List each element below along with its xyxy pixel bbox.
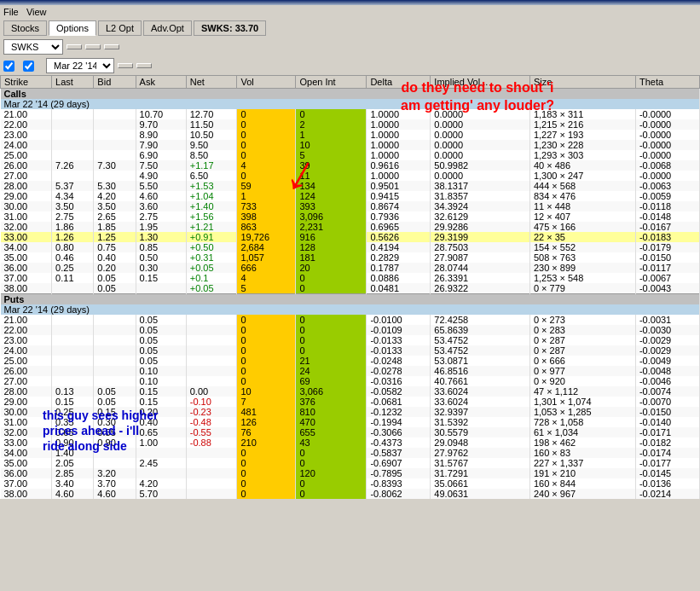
cell-size: 0 × 779 <box>529 283 635 294</box>
table-row[interactable]: 37.00 0.11 0.05 0.15 +0.1 4 0 0.0886 26.… <box>1 273 700 283</box>
cell-delta: -0.0248 <box>367 356 431 366</box>
cell-impliedvol: 29.3199 <box>431 232 530 242</box>
cell-last <box>52 171 94 181</box>
cell-ask: 0.05 <box>136 345 186 356</box>
tab-advopt[interactable]: Adv.Opt <box>143 20 192 36</box>
table-row[interactable]: 28.00 5.37 5.30 5.50 +1.53 59 134 0.9501… <box>1 181 700 191</box>
cell-last <box>52 366 94 376</box>
buy-to-close-button[interactable] <box>136 63 152 68</box>
cell-bid <box>94 150 136 160</box>
table-row[interactable]: 36.00 0.25 0.20 0.30 +0.05 666 20 0.1787… <box>1 263 700 273</box>
puts-checkbox[interactable] <box>23 61 34 72</box>
cell-theta: -0.0140 <box>635 417 699 427</box>
table-row[interactable]: 25.00 6.90 8.50 0 5 1.0000 0.0000 1,293 … <box>1 150 700 160</box>
table-row[interactable]: 23.00 8.90 10.50 0 1 1.0000 0.0000 1,227… <box>1 130 700 140</box>
cell-strike: 26.00 <box>1 160 52 171</box>
table-row[interactable]: 27.00 4.90 6.50 0 11 1.0000 0.0000 1,300… <box>1 171 700 181</box>
cell-net <box>186 468 237 478</box>
cell-strike: 22.00 <box>1 325 52 335</box>
table-row[interactable]: 38.00 0.05 +0.05 5 0 0.0481 26.9322 0 × … <box>1 283 700 294</box>
cell-net <box>186 458 237 468</box>
table-row[interactable]: 35.00 2.05 2.45 0 0 -0.6907 31.5767 227 … <box>1 458 700 468</box>
cell-delta: -0.0582 <box>367 386 431 397</box>
table-row[interactable]: 33.00 1.26 1.25 1.30 +0.91 19,726 916 0.… <box>1 232 700 242</box>
cell-size: 1,215 × 216 <box>529 119 635 130</box>
cell-last <box>52 140 94 150</box>
cell-impliedvol: 31.5767 <box>431 458 530 468</box>
cell-ask: 0.05 <box>136 315 186 325</box>
table-row[interactable]: 38.00 4.60 4.60 5.70 0 0 -0.8062 49.0631… <box>1 489 700 499</box>
table-row[interactable]: 23.00 0.05 0 0 -0.0133 53.4752 0 × 287 -… <box>1 335 700 345</box>
cell-strike: 36.00 <box>1 263 52 273</box>
table-row[interactable]: 31.00 2.75 2.65 2.75 +1.56 398 3,096 0.7… <box>1 211 700 222</box>
table-row[interactable]: 36.00 2.85 3.20 0 120 -0.7895 31.7291 19… <box>1 468 700 478</box>
tab-options[interactable]: Options <box>49 20 96 36</box>
table-row[interactable]: 37.00 3.40 3.70 4.20 0 0 -0.8393 35.0661… <box>1 478 700 489</box>
table-row[interactable]: 29.00 4.34 4.20 4.60 +1.04 1 124 0.9415 … <box>1 191 700 201</box>
cell-openint: 0 <box>296 489 367 499</box>
col-strike: Strike <box>1 76 52 89</box>
tab-l2opt[interactable]: L2 Opt <box>98 20 142 36</box>
table-row[interactable]: 30.00 3.50 3.50 3.60 +1.40 733 393 0.867… <box>1 201 700 211</box>
table-row[interactable]: 25.00 0.05 0 21 -0.0248 53.0871 0 × 666 … <box>1 356 700 366</box>
cancel-button[interactable] <box>67 44 82 49</box>
cell-size: 11 × 448 <box>529 201 635 211</box>
cell-ask <box>136 468 186 478</box>
cell-net <box>186 335 237 345</box>
cell-theta: -0.0000 <box>635 171 699 181</box>
cell-net: +1.21 <box>186 222 237 232</box>
cell-bid: 0.75 <box>94 242 136 252</box>
table-row[interactable]: 26.00 7.26 7.30 7.50 +1.17 4 39 0.9616 5… <box>1 160 700 171</box>
cell-strike: 28.00 <box>1 386 52 397</box>
calls-checkbox[interactable] <box>3 61 14 72</box>
table-row[interactable]: 24.00 0.05 0 0 -0.0133 53.4752 0 × 287 -… <box>1 345 700 356</box>
cell-size: 0 × 920 <box>529 376 635 386</box>
cell-bid: 0.05 <box>94 273 136 283</box>
cell-theta: -0.0174 <box>635 448 699 458</box>
cell-impliedvol: 53.0871 <box>431 356 530 366</box>
cell-theta: -0.0048 <box>635 366 699 376</box>
table-row[interactable]: 22.00 0.05 0 0 -0.0109 65.8639 0 × 283 -… <box>1 325 700 335</box>
cell-openint: 43 <box>296 437 367 448</box>
table-row[interactable]: 26.00 0.10 0 24 -0.0278 46.8516 0 × 977 … <box>1 366 700 376</box>
cell-impliedvol: 0.0000 <box>431 150 530 160</box>
cell-openint: 0 <box>296 315 367 325</box>
cell-size: 227 × 1,337 <box>529 458 635 468</box>
cell-size: 47 × 1,112 <box>529 386 635 397</box>
cell-last: 4.60 <box>52 489 94 499</box>
cell-openint: 21 <box>296 356 367 366</box>
expiry-dropdown[interactable]: Mar 22 '14 <box>46 58 114 73</box>
cell-ask: 0.10 <box>136 376 186 386</box>
cell-impliedvol: 32.6129 <box>431 211 530 222</box>
table-row[interactable]: 22.00 9.70 11.50 0 2 1.0000 0.0000 1,215… <box>1 119 700 130</box>
cell-bid: 2.65 <box>94 211 136 222</box>
table-row[interactable]: 34.00 0.80 0.75 0.85 +0.50 2,684 128 0.4… <box>1 242 700 252</box>
table-row[interactable]: 24.00 7.90 9.50 0 10 1.0000 0.0000 1,230… <box>1 140 700 150</box>
cell-delta: 0.1787 <box>367 263 431 273</box>
buy-to-open-button[interactable] <box>104 44 119 49</box>
table-row[interactable]: 29.00 0.15 0.05 0.15 -0.10 7 376 -0.0681… <box>1 397 700 407</box>
tab-stocks[interactable]: Stocks <box>3 20 47 36</box>
table-row[interactable]: 35.00 0.46 0.40 0.50 +0.31 1,057 181 0.2… <box>1 252 700 263</box>
menu-file[interactable]: File <box>3 7 19 17</box>
cell-size: 0 × 666 <box>529 356 635 366</box>
table-row[interactable]: 21.00 0.05 0 0 -0.0100 72.4258 0 × 273 -… <box>1 315 700 325</box>
table-row[interactable]: 32.00 1.86 1.85 1.95 +1.21 863 2,231 0.6… <box>1 222 700 232</box>
table-row[interactable]: 27.00 0.10 0 69 -0.0316 40.7661 0 × 920 … <box>1 376 700 386</box>
cell-openint: 120 <box>296 468 367 478</box>
cell-openint: 810 <box>296 407 367 417</box>
menu-view[interactable]: View <box>26 7 47 17</box>
col-net: Net <box>186 76 237 89</box>
cell-strike: 29.00 <box>1 191 52 201</box>
cell-vol: 666 <box>237 263 296 273</box>
cell-size: 834 × 476 <box>529 191 635 201</box>
cell-theta: -0.0177 <box>635 458 699 468</box>
cell-last <box>52 356 94 366</box>
table-row[interactable]: 28.00 0.13 0.05 0.15 0.00 10 3,066 -0.05… <box>1 386 700 397</box>
cell-theta: -0.0182 <box>635 437 699 448</box>
symbol-dropdown[interactable]: SWKS <box>3 39 63 55</box>
cell-size: 728 × 1,058 <box>529 417 635 427</box>
col-vol: Vol <box>237 76 296 89</box>
sell-to-open-button[interactable] <box>118 63 133 68</box>
sell-to-close-button[interactable] <box>85 44 101 49</box>
